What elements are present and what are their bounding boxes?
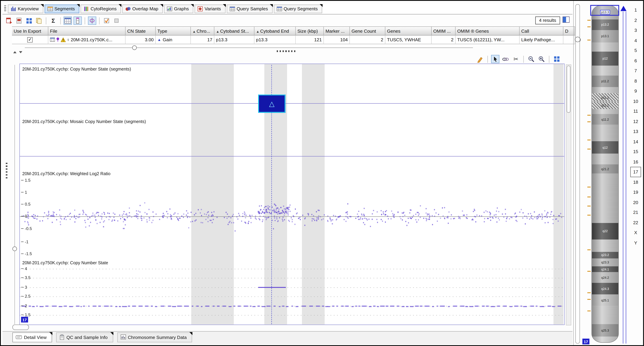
- column-header-genes[interactable]: Genes: [385, 26, 432, 36]
- band-p11.2[interactable]: p11.2: [592, 75, 618, 87]
- chromosome-item-17[interactable]: 17: [630, 167, 641, 177]
- filter-unchecked-icon[interactable]: [112, 16, 121, 25]
- zoom-out-icon[interactable]: [527, 55, 535, 63]
- band-p13.2[interactable]: p13.2: [592, 20, 618, 30]
- chromosome-item-9[interactable]: 9: [630, 86, 641, 96]
- band-p12[interactable]: p12: [592, 52, 618, 66]
- tab-qc-and-sample-info[interactable]: QC and Sample Info: [56, 332, 113, 342]
- band-q12[interactable]: q12: [592, 141, 618, 154]
- band-spacer[interactable]: [592, 87, 618, 94]
- pointer-tool-icon[interactable]: [491, 55, 500, 63]
- chromosome-item-1[interactable]: 1: [630, 5, 641, 15]
- chromosome-item-12[interactable]: 12: [630, 116, 641, 126]
- band-p13.1[interactable]: p13.1: [592, 30, 618, 42]
- row-details-icon[interactable]: [74, 16, 82, 25]
- vertical-zoom-slider[interactable]: [14, 65, 15, 324]
- expand-table-button[interactable]: [18, 50, 23, 54]
- band-q24.1[interactable]: q24.1: [592, 266, 618, 272]
- chart-vertical-scrollbar-thumb[interactable]: [567, 66, 570, 113]
- chromosome-item-3[interactable]: 3: [630, 25, 641, 35]
- collapse-table-button[interactable]: [12, 50, 18, 54]
- column-header-chro[interactable]: ▲Chro...: [191, 26, 214, 36]
- chromosome-item-X[interactable]: X: [630, 228, 641, 238]
- chromosome-item-6[interactable]: 6: [630, 56, 641, 66]
- horizontal-zoom-slider[interactable]: [25, 48, 473, 48]
- chromosome-item-Y[interactable]: Y: [630, 238, 641, 248]
- band-spacer[interactable]: [592, 42, 618, 52]
- vertical-slider-thumb[interactable]: [12, 246, 17, 251]
- ideogram-scrollbar-thumb[interactable]: [575, 37, 580, 42]
- chromosome-item-18[interactable]: 18: [630, 177, 641, 187]
- tab-cytoregions[interactable]: CytoRegions: [81, 4, 121, 13]
- chromosome-item-14[interactable]: 14: [630, 136, 641, 146]
- band-q24.3[interactable]: q24.3: [592, 283, 618, 294]
- column-header-omim-genes[interactable]: OMIM ® Genes: [456, 26, 520, 36]
- copy-icon[interactable]: [35, 16, 43, 25]
- band-spacer[interactable]: [592, 336, 618, 342]
- horizontal-slider-thumb[interactable]: [132, 46, 137, 50]
- column-header-type[interactable]: Type: [156, 26, 191, 36]
- tab-detail-view[interactable]: Detail View: [12, 332, 52, 342]
- chromosome-item-4[interactable]: 4: [630, 35, 641, 46]
- splitter-handle[interactable]: [277, 50, 296, 52]
- tab-overlap-map[interactable]: Overlap Map: [122, 4, 163, 13]
- column-header-use-in-export[interactable]: Use In Export: [12, 26, 48, 36]
- band-q11.1[interactable]: q11.1: [592, 102, 618, 109]
- band-p11.1[interactable]: p11.1: [592, 94, 618, 102]
- chart-horizontal-scrollbar-thumb[interactable]: [12, 324, 29, 330]
- detail-view-chart[interactable]: 20M-201.cy750K.cychp: Copy Number State …: [20, 64, 565, 325]
- column-header-size-kbp[interactable]: Size (kbp): [296, 26, 324, 36]
- band-spacer[interactable]: [592, 66, 618, 75]
- band-spacer[interactable]: [592, 239, 618, 252]
- zoom-in-icon[interactable]: [537, 55, 546, 63]
- tab-graphs[interactable]: Graphs: [164, 4, 194, 13]
- tab-query-samples[interactable]: Query Samples: [227, 4, 272, 13]
- band-q23.3[interactable]: q23.3: [592, 258, 618, 266]
- column-header-file[interactable]: File: [48, 26, 126, 36]
- band-spacer[interactable]: [592, 154, 618, 164]
- chromosome-item-20[interactable]: 20: [630, 197, 641, 207]
- band-q25.3[interactable]: q25.3: [592, 324, 618, 336]
- cut-tool-icon[interactable]: ✂: [512, 55, 520, 63]
- chromosome-item-15[interactable]: 15: [630, 146, 641, 157]
- tab-query-segments[interactable]: Query Segments: [274, 4, 322, 13]
- band-spacer[interactable]: [592, 109, 618, 114]
- chromosome-item-8[interactable]: 8: [630, 76, 641, 86]
- column-header-call[interactable]: Call: [520, 26, 563, 36]
- mirror-axis-icon[interactable]: [88, 16, 96, 25]
- grid-view-icon[interactable]: [552, 55, 561, 63]
- sum-icon[interactable]: Σ: [49, 16, 58, 25]
- band-spacer[interactable]: [592, 174, 618, 223]
- chromosome-item-16[interactable]: 16: [630, 157, 641, 167]
- tab-karyoview[interactable]: Karyoview: [8, 4, 43, 13]
- segment-row[interactable]: ✓ ♀ 20M-201.cy750K.c... 3.00 ▲ Gain 17 p…: [12, 36, 576, 44]
- segment-marker[interactable]: △: [258, 95, 285, 113]
- tab-variants[interactable]: Variants: [195, 4, 226, 13]
- compare-grid-icon[interactable]: [25, 16, 33, 25]
- chromosome-item-5[interactable]: 5: [630, 46, 641, 56]
- export-segments-icon[interactable]: [5, 16, 13, 25]
- filter-checked-icon[interactable]: [102, 16, 111, 25]
- export-pdf-icon[interactable]: [15, 16, 23, 25]
- chromosome-item-7[interactable]: 7: [630, 66, 641, 76]
- columns-icon[interactable]: [562, 16, 570, 24]
- chromosome-item-13[interactable]: 13: [630, 126, 641, 136]
- band-q21.2[interactable]: q21.2: [592, 164, 618, 174]
- band-spacer[interactable]: [592, 306, 618, 324]
- band-q24.2[interactable]: q24.2: [592, 272, 618, 283]
- chromosome-item-21[interactable]: 21: [630, 207, 641, 218]
- band-q22[interactable]: q22: [592, 223, 618, 239]
- tab-segments[interactable]: Segments: [44, 4, 80, 13]
- column-header-cytoband-st[interactable]: ▲Cytoband St...: [214, 26, 254, 36]
- band-q11.2[interactable]: q11.2: [592, 114, 618, 125]
- column-header-gene-count[interactable]: Gene Count: [350, 26, 385, 36]
- band-spacer[interactable]: [592, 125, 618, 142]
- chromosome-item-10[interactable]: 10: [630, 96, 641, 106]
- ideogram-scrollbar[interactable]: [575, 4, 580, 344]
- band-q25.1[interactable]: q25.1: [592, 294, 618, 306]
- column-header-cytoband-end[interactable]: ▲Cytoband End: [254, 26, 296, 36]
- chromosome-item-2[interactable]: 2: [630, 15, 641, 25]
- annotate-icon[interactable]: [476, 55, 484, 63]
- tab-chromosome-summary-data[interactable]: Chromosome Summary Data: [117, 332, 192, 342]
- table-view-icon[interactable]: [64, 16, 72, 25]
